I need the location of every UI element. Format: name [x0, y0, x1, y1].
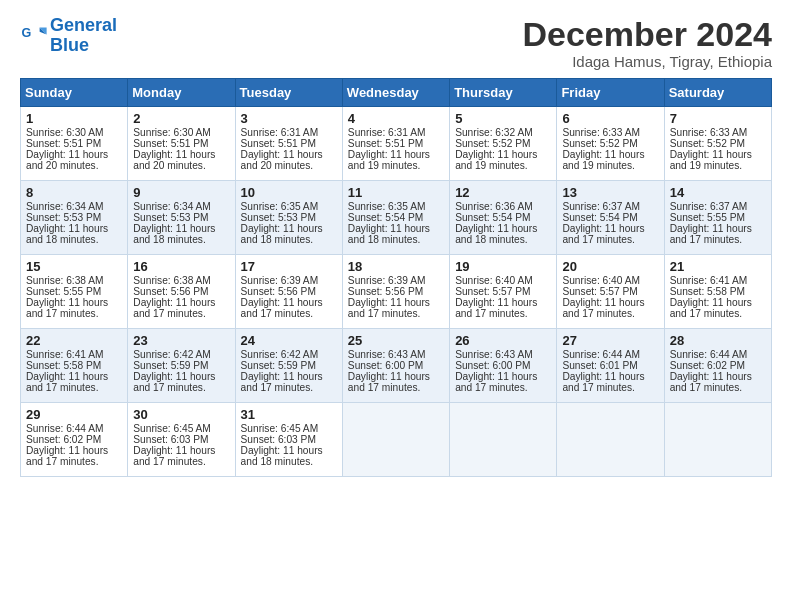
sunrise-text: Sunrise: 6:44 AM	[26, 423, 104, 434]
day-cell: 9 Sunrise: 6:34 AM Sunset: 5:53 PM Dayli…	[128, 181, 235, 255]
sunset-text: Sunset: 5:51 PM	[26, 138, 101, 149]
day-cell: 2 Sunrise: 6:30 AM Sunset: 5:51 PM Dayli…	[128, 107, 235, 181]
sunrise-text: Sunrise: 6:42 AM	[133, 349, 211, 360]
day-cell: 26 Sunrise: 6:43 AM Sunset: 6:00 PM Dayl…	[450, 329, 557, 403]
header-monday: Monday	[128, 79, 235, 107]
day-cell: 4 Sunrise: 6:31 AM Sunset: 5:51 PM Dayli…	[342, 107, 449, 181]
month-title: December 2024	[522, 16, 772, 53]
day-cell: 6 Sunrise: 6:33 AM Sunset: 5:52 PM Dayli…	[557, 107, 664, 181]
daylight-text: Daylight: 11 hours and 17 minutes.	[562, 371, 644, 393]
day-cell: 10 Sunrise: 6:35 AM Sunset: 5:53 PM Dayl…	[235, 181, 342, 255]
sunrise-text: Sunrise: 6:43 AM	[348, 349, 426, 360]
sunset-text: Sunset: 5:56 PM	[133, 286, 208, 297]
sunset-text: Sunset: 5:57 PM	[455, 286, 530, 297]
day-cell: 14 Sunrise: 6:37 AM Sunset: 5:55 PM Dayl…	[664, 181, 771, 255]
daylight-text: Daylight: 11 hours and 18 minutes.	[455, 223, 537, 245]
day-number: 1	[26, 111, 122, 126]
day-number: 17	[241, 259, 337, 274]
header-sunday: Sunday	[21, 79, 128, 107]
day-number: 16	[133, 259, 229, 274]
daylight-text: Daylight: 11 hours and 17 minutes.	[26, 297, 108, 319]
sunrise-text: Sunrise: 6:44 AM	[562, 349, 640, 360]
daylight-text: Daylight: 11 hours and 20 minutes.	[133, 149, 215, 171]
daylight-text: Daylight: 11 hours and 19 minutes.	[670, 149, 752, 171]
daylight-text: Daylight: 11 hours and 18 minutes.	[133, 223, 215, 245]
day-cell: 1 Sunrise: 6:30 AM Sunset: 5:51 PM Dayli…	[21, 107, 128, 181]
daylight-text: Daylight: 11 hours and 17 minutes.	[348, 371, 430, 393]
day-number: 3	[241, 111, 337, 126]
header: G General Blue December 2024 Idaga Hamus…	[20, 16, 772, 70]
sunset-text: Sunset: 5:56 PM	[348, 286, 423, 297]
day-cell: 22 Sunrise: 6:41 AM Sunset: 5:58 PM Dayl…	[21, 329, 128, 403]
day-number: 6	[562, 111, 658, 126]
daylight-text: Daylight: 11 hours and 17 minutes.	[455, 297, 537, 319]
day-cell: 19 Sunrise: 6:40 AM Sunset: 5:57 PM Dayl…	[450, 255, 557, 329]
sunset-text: Sunset: 5:57 PM	[562, 286, 637, 297]
sunrise-text: Sunrise: 6:34 AM	[26, 201, 104, 212]
sunset-text: Sunset: 5:52 PM	[670, 138, 745, 149]
sunset-text: Sunset: 5:51 PM	[241, 138, 316, 149]
sunrise-text: Sunrise: 6:31 AM	[241, 127, 319, 138]
daylight-text: Daylight: 11 hours and 17 minutes.	[562, 297, 644, 319]
calendar-table: Sunday Monday Tuesday Wednesday Thursday…	[20, 78, 772, 477]
daylight-text: Daylight: 11 hours and 17 minutes.	[26, 445, 108, 467]
sunset-text: Sunset: 5:53 PM	[26, 212, 101, 223]
day-number: 31	[241, 407, 337, 422]
day-number: 28	[670, 333, 766, 348]
sunrise-text: Sunrise: 6:40 AM	[455, 275, 533, 286]
header-friday: Friday	[557, 79, 664, 107]
sunrise-text: Sunrise: 6:40 AM	[562, 275, 640, 286]
header-wednesday: Wednesday	[342, 79, 449, 107]
sunrise-text: Sunrise: 6:38 AM	[133, 275, 211, 286]
logo-icon: G	[20, 22, 48, 50]
daylight-text: Daylight: 11 hours and 18 minutes.	[241, 445, 323, 467]
day-number: 18	[348, 259, 444, 274]
day-cell: 20 Sunrise: 6:40 AM Sunset: 5:57 PM Dayl…	[557, 255, 664, 329]
sunrise-text: Sunrise: 6:37 AM	[670, 201, 748, 212]
sunrise-text: Sunrise: 6:31 AM	[348, 127, 426, 138]
day-cell: 12 Sunrise: 6:36 AM Sunset: 5:54 PM Dayl…	[450, 181, 557, 255]
day-number: 9	[133, 185, 229, 200]
sunset-text: Sunset: 6:00 PM	[455, 360, 530, 371]
day-cell: 17 Sunrise: 6:39 AM Sunset: 5:56 PM Dayl…	[235, 255, 342, 329]
logo: G General Blue	[20, 16, 117, 56]
day-number: 29	[26, 407, 122, 422]
day-number: 10	[241, 185, 337, 200]
sunset-text: Sunset: 5:53 PM	[133, 212, 208, 223]
sunset-text: Sunset: 5:54 PM	[348, 212, 423, 223]
day-cell: 25 Sunrise: 6:43 AM Sunset: 6:00 PM Dayl…	[342, 329, 449, 403]
daylight-text: Daylight: 11 hours and 18 minutes.	[26, 223, 108, 245]
logo-line2: Blue	[50, 35, 89, 55]
sunrise-text: Sunrise: 6:30 AM	[133, 127, 211, 138]
daylight-text: Daylight: 11 hours and 20 minutes.	[241, 149, 323, 171]
daylight-text: Daylight: 11 hours and 18 minutes.	[241, 223, 323, 245]
sunset-text: Sunset: 6:02 PM	[26, 434, 101, 445]
day-number: 27	[562, 333, 658, 348]
day-cell: 28 Sunrise: 6:44 AM Sunset: 6:02 PM Dayl…	[664, 329, 771, 403]
day-cell	[342, 403, 449, 477]
day-number: 23	[133, 333, 229, 348]
day-cell: 16 Sunrise: 6:38 AM Sunset: 5:56 PM Dayl…	[128, 255, 235, 329]
day-number: 4	[348, 111, 444, 126]
sunrise-text: Sunrise: 6:39 AM	[241, 275, 319, 286]
daylight-text: Daylight: 11 hours and 17 minutes.	[133, 445, 215, 467]
day-number: 25	[348, 333, 444, 348]
day-cell: 13 Sunrise: 6:37 AM Sunset: 5:54 PM Dayl…	[557, 181, 664, 255]
week-row-4: 22 Sunrise: 6:41 AM Sunset: 5:58 PM Dayl…	[21, 329, 772, 403]
svg-text:G: G	[21, 26, 31, 40]
week-row-2: 8 Sunrise: 6:34 AM Sunset: 5:53 PM Dayli…	[21, 181, 772, 255]
sunrise-text: Sunrise: 6:39 AM	[348, 275, 426, 286]
sunrise-text: Sunrise: 6:35 AM	[241, 201, 319, 212]
day-cell	[557, 403, 664, 477]
sunrise-text: Sunrise: 6:42 AM	[241, 349, 319, 360]
sunset-text: Sunset: 5:55 PM	[26, 286, 101, 297]
sunset-text: Sunset: 5:59 PM	[133, 360, 208, 371]
day-number: 21	[670, 259, 766, 274]
day-cell: 7 Sunrise: 6:33 AM Sunset: 5:52 PM Dayli…	[664, 107, 771, 181]
day-number: 5	[455, 111, 551, 126]
sunset-text: Sunset: 5:58 PM	[670, 286, 745, 297]
daylight-text: Daylight: 11 hours and 17 minutes.	[133, 371, 215, 393]
sunrise-text: Sunrise: 6:35 AM	[348, 201, 426, 212]
day-cell: 15 Sunrise: 6:38 AM Sunset: 5:55 PM Dayl…	[21, 255, 128, 329]
daylight-text: Daylight: 11 hours and 17 minutes.	[455, 371, 537, 393]
